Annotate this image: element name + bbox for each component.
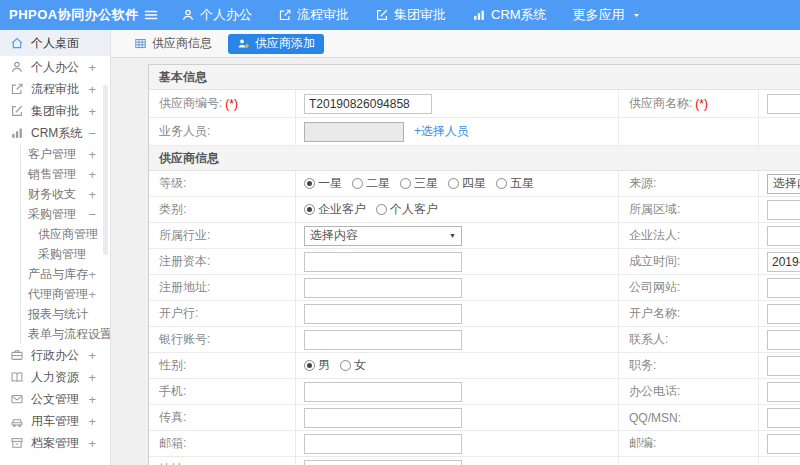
- expand-plus-icon[interactable]: +: [88, 268, 96, 281]
- legal-person-input[interactable]: [767, 226, 800, 246]
- sidebar-item[interactable]: 公文管理+: [0, 388, 110, 410]
- hamburger-menu-icon[interactable]: [143, 7, 159, 23]
- sidebar-item[interactable]: 客户管理+: [0, 144, 110, 164]
- mobile-input[interactable]: [304, 382, 462, 402]
- form-field-cell: [759, 249, 800, 274]
- registered-capital-input[interactable]: [304, 252, 462, 272]
- radio-button-icon[interactable]: [340, 360, 351, 371]
- sidebar-item[interactable]: CRM系统−: [0, 122, 110, 144]
- region-input[interactable]: [767, 200, 800, 220]
- form-panel: 基本信息供应商编号:(*)供应商名称:(*)业务人员:+选择人员供应商信息等级:…: [148, 64, 800, 465]
- expand-plus-icon[interactable]: +: [88, 188, 96, 201]
- sidebar-item[interactable]: 财务收支+: [0, 184, 110, 204]
- supplier-name-input[interactable]: [767, 94, 800, 114]
- radio-option[interactable]: 五星: [496, 175, 534, 192]
- field-label: 银行账号:: [159, 331, 210, 348]
- radio-option[interactable]: 个人客户: [376, 201, 438, 218]
- radio-button-icon[interactable]: [304, 204, 315, 215]
- office-phone-input[interactable]: [767, 382, 800, 402]
- radio-option[interactable]: 男: [304, 357, 330, 374]
- nav-item[interactable]: CRM系统: [472, 6, 547, 24]
- sidebar-item[interactable]: 集团审批+: [0, 100, 110, 122]
- collapse-minus-icon[interactable]: −: [88, 208, 96, 221]
- radio-button-icon[interactable]: [448, 178, 459, 189]
- radio-option[interactable]: 二星: [352, 175, 390, 192]
- address-input[interactable]: [304, 460, 462, 465]
- radio-option[interactable]: 女: [340, 357, 366, 374]
- collapse-minus-icon[interactable]: −: [88, 127, 96, 140]
- radio-option[interactable]: 企业客户: [304, 201, 366, 218]
- select-person-link[interactable]: +选择人员: [414, 123, 469, 140]
- registered-address-input[interactable]: [304, 278, 462, 298]
- radio-button-icon[interactable]: [376, 204, 387, 215]
- radio-option[interactable]: 四星: [448, 175, 486, 192]
- expand-plus-icon[interactable]: +: [88, 83, 96, 96]
- source-select[interactable]: 选择内容▼: [767, 174, 800, 194]
- user-icon: [10, 60, 24, 74]
- expand-plus-icon[interactable]: +: [88, 148, 96, 161]
- user-icon: [181, 8, 195, 22]
- nav-item[interactable]: 集团审批: [375, 6, 446, 24]
- sidebar-item[interactable]: 销售管理+: [0, 164, 110, 184]
- sidebar-item[interactable]: 个人办公+: [0, 56, 110, 78]
- radio-button-icon[interactable]: [352, 178, 363, 189]
- bank-branch-input[interactable]: [304, 304, 462, 324]
- app-logo: PHPOA协同办公软件: [0, 6, 137, 24]
- radio-option[interactable]: 一星: [304, 175, 342, 192]
- expand-plus-icon[interactable]: +: [88, 105, 96, 118]
- sidebar-item-label: 客户管理: [28, 146, 76, 163]
- expand-plus-icon[interactable]: +: [88, 415, 96, 428]
- sidebar-item[interactable]: 人力资源+: [0, 366, 110, 388]
- nav-item[interactable]: 流程审批: [278, 6, 349, 24]
- expand-plus-icon[interactable]: +: [88, 168, 96, 181]
- radio-option[interactable]: 三星: [400, 175, 438, 192]
- zip-code-input[interactable]: [767, 434, 800, 454]
- sidebar-item[interactable]: 采购管理−: [0, 204, 110, 224]
- expand-plus-icon[interactable]: +: [88, 371, 96, 384]
- form-field-cell: [296, 275, 619, 300]
- sidebar-item-label: 个人办公: [31, 59, 79, 76]
- sidebar-item[interactable]: 产品与库存+: [0, 264, 110, 284]
- email-input[interactable]: [304, 434, 462, 454]
- sidebar-item[interactable]: 用车管理+: [0, 410, 110, 432]
- radio-button-icon[interactable]: [304, 360, 315, 371]
- founded-date-input[interactable]: [767, 252, 800, 272]
- sidebar-item-label: 个人桌面: [31, 35, 79, 52]
- form-field-cell: [296, 379, 619, 404]
- sidebar-item[interactable]: 个人桌面: [0, 30, 110, 56]
- tab-supplier-info[interactable]: 供应商信息: [128, 34, 218, 54]
- company-website-input[interactable]: [767, 278, 800, 298]
- form-label-cell: 供应商编号:(*): [149, 90, 296, 117]
- industry-select[interactable]: 选择内容▼: [304, 226, 462, 246]
- expand-plus-icon[interactable]: +: [88, 61, 96, 74]
- contact-person-input[interactable]: [767, 330, 800, 350]
- radio-button-icon[interactable]: [304, 178, 315, 189]
- sidebar-item[interactable]: 采购管理: [0, 244, 110, 264]
- expand-plus-icon[interactable]: +: [88, 288, 96, 301]
- nav-item[interactable]: 更多应用: [573, 6, 641, 24]
- radio-button-icon[interactable]: [400, 178, 411, 189]
- business-person-input[interactable]: [304, 122, 404, 142]
- expand-plus-icon[interactable]: +: [88, 349, 96, 362]
- sidebar-item[interactable]: 档案管理+: [0, 432, 110, 454]
- form-label-cell: 所属行业:: [149, 223, 296, 248]
- job-title-input[interactable]: [767, 356, 800, 376]
- qq-msn-input[interactable]: [767, 408, 800, 428]
- tab-supplier-add[interactable]: 供应商添加: [228, 34, 324, 54]
- bank-account-input[interactable]: [304, 330, 462, 350]
- expand-plus-icon[interactable]: +: [88, 437, 96, 450]
- account-name-input[interactable]: [767, 304, 800, 324]
- fax-input[interactable]: [304, 408, 462, 428]
- expand-plus-icon[interactable]: +: [88, 393, 96, 406]
- sidebar-item[interactable]: 表单与流程设置+: [0, 324, 110, 344]
- sidebar-item[interactable]: 报表与统计: [0, 304, 110, 324]
- supplier-code-input[interactable]: [304, 94, 432, 114]
- radio-button-icon[interactable]: [496, 178, 507, 189]
- sidebar-item[interactable]: 流程审批+: [0, 78, 110, 100]
- sidebar-item[interactable]: 代理商管理+: [0, 284, 110, 304]
- sidebar-item[interactable]: 行政办公+: [0, 344, 110, 366]
- nav-item[interactable]: 个人办公: [181, 6, 252, 24]
- form-label-cell: 办公电话:: [619, 379, 759, 404]
- sidebar-item[interactable]: 供应商管理: [0, 224, 110, 244]
- field-label: 企业法人:: [629, 227, 680, 244]
